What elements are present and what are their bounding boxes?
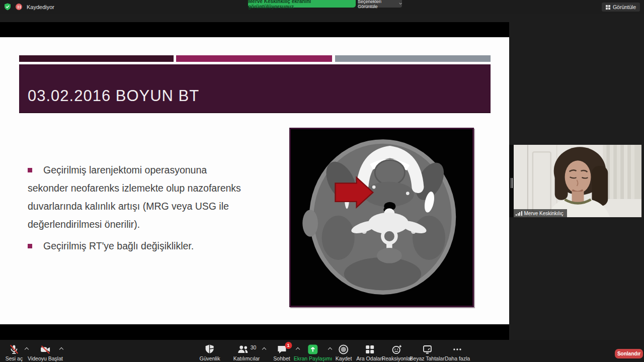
participant-video-tile[interactable]: Merve Keskinkılıç <box>514 145 641 217</box>
recording-indicator-icon <box>16 4 22 10</box>
reactions-label: Reaksiyonlar <box>382 355 413 361</box>
breakout-rooms-icon <box>364 344 375 355</box>
slide-accent-bar-gray <box>335 55 491 62</box>
reactions-smiley-icon <box>391 344 403 355</box>
ct-axial-neck-illustration <box>291 129 472 306</box>
more-ellipsis-icon <box>452 344 463 355</box>
slide-title: 03.02.2016 BOYUN BT <box>28 87 199 105</box>
view-layout-label: Görüntüle <box>613 4 636 10</box>
participants-icon <box>237 344 249 355</box>
participants-options-chevron[interactable] <box>262 347 266 351</box>
participants-button[interactable]: 30 Katılımcılar <box>233 344 260 361</box>
breakout-rooms-button[interactable]: Ara Odaları <box>356 344 383 361</box>
participant-name: Merve Keskinkılıç <box>524 211 564 216</box>
reactions-button[interactable]: Reaksiyonlar <box>382 344 413 361</box>
screen-share-banner-text: Merve Keskinkılıç ekranını görüntülüyors… <box>248 0 356 10</box>
bullet-text: Geçirilmiş RT'ye bağlı değişiklikler. <box>43 240 194 251</box>
record-label: Kaydet <box>336 355 352 361</box>
bullet-square-icon <box>28 168 32 172</box>
whiteboard-icon <box>422 344 433 355</box>
meeting-toolbar: Sesi aç Videoyu Başlat Güvenlik <box>0 340 644 362</box>
shared-slide: 03.02.2016 BOYUN BT Geçirilmiş larenjekt… <box>0 37 509 324</box>
share-letterbox-top <box>0 22 509 37</box>
share-options-chevron[interactable] <box>328 347 332 351</box>
bullet-square-icon <box>28 244 32 248</box>
chat-bubble-icon: 1 <box>276 344 287 355</box>
screen-share-icon <box>307 344 318 355</box>
security-button[interactable]: Güvenlik <box>200 344 220 361</box>
whiteboards-button[interactable]: Beyaz Tahtalar <box>410 344 444 361</box>
meeting-top-bar: Kaydediyor Merve Keskinkılıç ekranını gö… <box>0 0 644 14</box>
grid-view-icon <box>606 5 610 10</box>
security-label: Güvenlik <box>200 355 220 361</box>
recording-status: Kaydediyor <box>4 3 54 11</box>
screen-share-banner: Merve Keskinkılıç ekranını görüntülüyors… <box>248 0 356 8</box>
video-options-chevron[interactable] <box>59 347 63 351</box>
chat-badge: 1 <box>285 342 292 349</box>
start-video-label: Videoyu Başlat <box>28 355 63 361</box>
participants-count: 30 <box>251 344 257 350</box>
ct-scan-image <box>289 128 474 307</box>
record-button[interactable]: Kaydet <box>336 344 352 361</box>
record-icon <box>338 344 349 355</box>
recording-status-label: Kaydediyor <box>27 4 54 10</box>
screen-share-label: Ekran Paylaşımı <box>294 355 332 361</box>
shield-icon <box>205 344 215 355</box>
slide-title-block: 03.02.2016 BOYUN BT <box>19 64 491 113</box>
slide-bullet-list: Geçirilmiş larenjektomi operasyonuna sek… <box>28 161 272 258</box>
more-button[interactable]: Daha fazla <box>445 344 470 361</box>
breakout-rooms-label: Ara Odaları <box>356 355 383 361</box>
end-meeting-button[interactable]: Sonlandır <box>615 349 643 358</box>
chat-button[interactable]: 1 Sohbet <box>273 344 290 361</box>
slide-accent-bar-magenta <box>176 55 332 62</box>
share-letterbox-bottom <box>0 324 509 340</box>
view-options-button[interactable]: Seçenekleri Görüntüle <box>358 0 402 8</box>
unmute-label: Sesi aç <box>6 355 23 361</box>
network-signal-icon <box>516 211 522 216</box>
chevron-down-icon <box>399 3 402 5</box>
microphone-muted-icon <box>9 344 20 355</box>
encryption-shield-icon[interactable] <box>4 3 11 11</box>
view-options-label: Seçenekleri Görüntüle <box>358 0 397 9</box>
panel-collapse-handle[interactable] <box>510 176 513 190</box>
start-video-button[interactable]: Videoyu Başlat <box>28 344 63 361</box>
bullet-item: Geçirilmiş RT'ye bağlı değişiklikler. <box>28 237 272 255</box>
participant-name-badge: Merve Keskinkılıç <box>514 209 567 217</box>
whiteboards-label: Beyaz Tahtalar <box>410 355 444 361</box>
screen-share-button[interactable]: Ekran Paylaşımı <box>294 344 332 361</box>
bullet-item: Geçirilmiş larenjektomi operasyonuna sek… <box>28 161 272 233</box>
view-layout-button[interactable]: Görüntüle <box>602 3 640 12</box>
participant-video-illustration <box>514 145 641 217</box>
chat-label: Sohbet <box>273 355 290 361</box>
unmute-button[interactable]: Sesi aç <box>6 344 23 361</box>
camera-off-icon <box>39 344 51 355</box>
participants-label: Katılımcılar <box>233 355 260 361</box>
more-label: Daha fazla <box>445 355 470 361</box>
slide-accent-bar-dark <box>19 55 174 62</box>
bullet-text: Geçirilmiş larenjektomi operasyonuna sek… <box>28 164 241 230</box>
